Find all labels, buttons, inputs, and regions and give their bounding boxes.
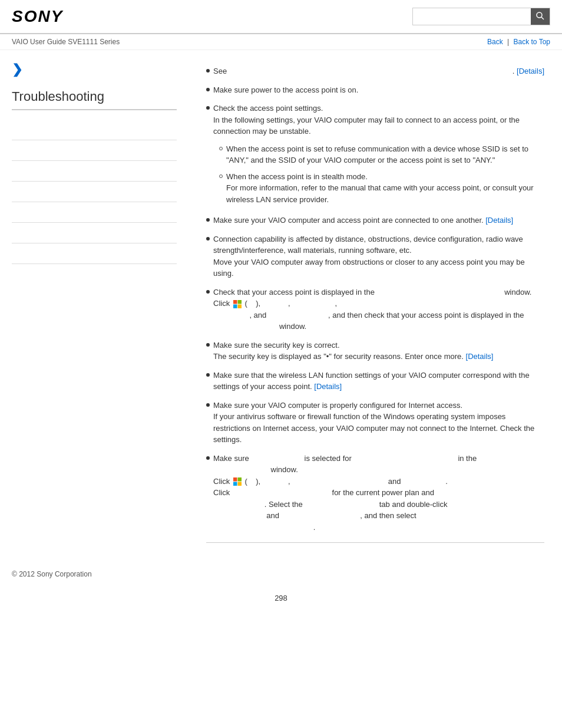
search-icon	[535, 11, 545, 22]
sidebar-item[interactable]	[12, 120, 177, 140]
bullet-dot	[206, 403, 210, 407]
content-area: See . [Details] Make sure power to the a…	[189, 50, 562, 561]
svg-point-0	[537, 12, 542, 18]
bullet-dot	[206, 218, 210, 222]
see-line: See . [Details]	[213, 65, 544, 77]
bullet-content: Connection capability is affected by dis…	[213, 233, 544, 279]
svg-line-1	[541, 17, 544, 19]
bullet-content: Make sure power to the access point is o…	[213, 84, 544, 96]
bullet-content: Check the access point settings. In the …	[213, 103, 544, 207]
see-details: . [Details]	[513, 65, 544, 77]
back-to-top-link[interactable]: Back to Top	[514, 38, 550, 46]
sidebar-chevron: ❯	[12, 62, 177, 77]
sub-bullet-text: When the access point is set to refuse c…	[226, 143, 544, 166]
windows-icon	[232, 299, 245, 308]
details-link[interactable]: [Details]	[517, 67, 544, 75]
sidebar-item[interactable]	[12, 243, 177, 264]
list-item: Make sure your VAIO computer is properly…	[206, 396, 544, 449]
nav-links: Back | Back to Top	[487, 38, 550, 46]
sidebar-item[interactable]	[12, 223, 177, 243]
sub-bullet-text: When the access point is in stealth mode…	[226, 171, 544, 206]
sidebar-item[interactable]	[12, 202, 177, 223]
sidebar-item[interactable]	[12, 140, 177, 161]
windows-icon-2	[232, 477, 245, 486]
list-item: Check the access point settings. In the …	[206, 99, 544, 211]
svg-rect-8	[233, 482, 237, 486]
sidebar-item[interactable]	[12, 161, 177, 182]
search-area	[412, 8, 550, 25]
bullet-dot	[206, 88, 210, 91]
bullet-list: See . [Details] Make sure power to the a…	[206, 62, 544, 536]
search-input[interactable]	[413, 8, 531, 25]
bullet-dot	[206, 343, 210, 347]
bullet-content: Check that your access point is displaye…	[213, 286, 544, 332]
svg-rect-2	[233, 300, 237, 304]
bullet-content: See . [Details]	[213, 65, 544, 77]
list-item: Make sure that the wireless LAN function…	[206, 366, 544, 396]
sub-list-item: When the access point is set to refuse c…	[219, 141, 544, 169]
search-button[interactable]	[531, 8, 550, 25]
sidebar-items	[12, 120, 177, 264]
svg-rect-9	[237, 482, 242, 486]
svg-rect-6	[233, 477, 237, 482]
bullet-dot	[206, 456, 210, 460]
details-link[interactable]: [Details]	[314, 382, 342, 391]
bullet-content: Make sure that the wireless LAN function…	[213, 370, 544, 393]
main-container: ❯ Troubleshooting See . [Details]	[0, 50, 562, 561]
sub-bullet-dot	[219, 147, 223, 150]
list-item: Make sure power to the access point is o…	[206, 81, 544, 100]
bullet-dot	[206, 373, 210, 377]
copyright: © 2012 Sony Corporation	[0, 561, 562, 588]
see-text: See	[213, 65, 227, 77]
sub-list-item: When the access point is in stealth mode…	[219, 169, 544, 208]
sidebar-title: Troubleshooting	[12, 89, 177, 110]
bullet-dot	[206, 290, 210, 294]
sony-logo: SONY	[12, 7, 63, 26]
bullet-content: Make sure is selected for in the window.…	[213, 453, 544, 533]
list-item: Make sure is selected for in the window.…	[206, 449, 544, 537]
nav-bar: VAIO User Guide SVE1111 Series Back | Ba…	[0, 34, 562, 50]
bullet-dot	[206, 237, 210, 241]
bullet-content: Make sure your VAIO computer is properly…	[213, 400, 544, 446]
bullet-content: Make sure the security key is correct. T…	[213, 340, 544, 363]
sub-bullet-list: When the access point is set to refuse c…	[213, 137, 544, 208]
list-item: Check that your access point is displaye…	[206, 283, 544, 336]
sidebar: ❯ Troubleshooting	[0, 50, 189, 561]
header: SONY	[0, 0, 562, 34]
svg-rect-4	[233, 304, 237, 308]
nav-separator: |	[507, 38, 509, 46]
section-divider	[206, 542, 544, 543]
sub-bullet-dot	[219, 174, 223, 178]
list-item: Make sure the security key is correct. T…	[206, 336, 544, 366]
svg-rect-3	[237, 300, 242, 304]
back-link[interactable]: Back	[487, 38, 503, 46]
page-number: 298	[0, 588, 562, 608]
svg-rect-7	[237, 477, 242, 482]
list-item: Connection capability is affected by dis…	[206, 230, 544, 283]
guide-title: VAIO User Guide SVE1111 Series	[12, 38, 120, 46]
details-link[interactable]: [Details]	[485, 216, 513, 225]
bullet-content: Make sure your VAIO computer and access …	[213, 215, 544, 226]
list-item: Make sure your VAIO computer and access …	[206, 211, 544, 230]
svg-rect-5	[237, 304, 242, 308]
bullet-dot	[206, 69, 210, 73]
sidebar-item[interactable]	[12, 182, 177, 202]
list-item: See . [Details]	[206, 62, 544, 81]
details-link[interactable]: [Details]	[466, 352, 494, 361]
bullet-dot	[206, 106, 210, 110]
